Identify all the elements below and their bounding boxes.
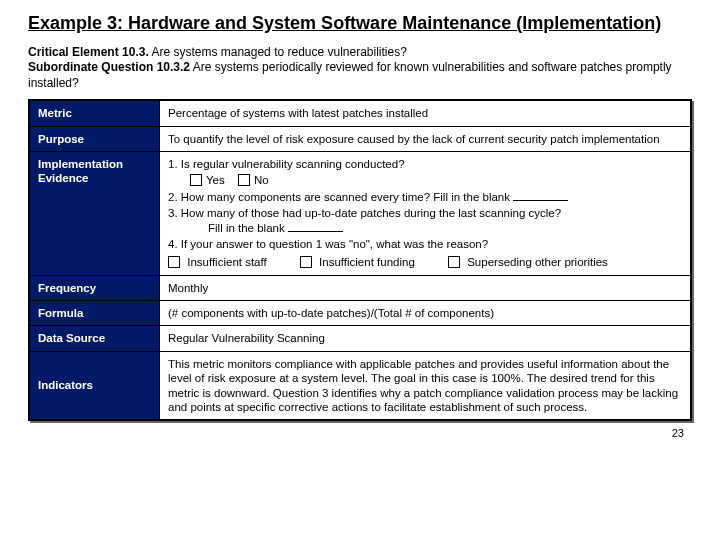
evidence-value: 1. Is regular vulnerability scanning con… [160, 152, 691, 276]
blank-field[interactable] [513, 191, 568, 201]
evidence-q3: 3. How many of those had up-to-date patc… [168, 206, 682, 235]
indicators-label: Indicators [30, 351, 160, 420]
formula-value: (# components with up-to-date patches)/(… [160, 301, 691, 326]
opt2-label: Insufficient funding [319, 256, 415, 268]
evidence-q1: 1. Is regular vulnerability scanning con… [168, 157, 682, 188]
metric-table-wrapper: Metric Percentage of systems with latest… [28, 99, 692, 421]
table-row: Formula (# components with up-to-date pa… [30, 301, 691, 326]
metric-table: Metric Percentage of systems with latest… [29, 100, 691, 420]
table-row: Data Source Regular Vulnerability Scanni… [30, 326, 691, 351]
checkbox-icon[interactable] [448, 256, 460, 268]
subq-label: Subordinate Question 10.3.2 [28, 60, 190, 74]
page-number: 23 [28, 421, 692, 439]
formula-label: Formula [30, 301, 160, 326]
frequency-label: Frequency [30, 275, 160, 300]
page-title: Example 3: Hardware and System Software … [28, 12, 692, 35]
no-label: No [254, 174, 269, 186]
purpose-label: Purpose [30, 126, 160, 151]
datasource-label: Data Source [30, 326, 160, 351]
metric-label: Metric [30, 101, 160, 126]
evidence-label: Implementation Evidence [30, 152, 160, 276]
subordinate-question-line: Subordinate Question 10.3.2 Are systems … [28, 60, 692, 91]
critical-label: Critical Element 10.3. [28, 45, 149, 59]
yes-label: Yes [206, 174, 225, 186]
critical-element-line: Critical Element 10.3. Are systems manag… [28, 45, 692, 61]
checkbox-icon[interactable] [300, 256, 312, 268]
intro-block: Critical Element 10.3. Are systems manag… [28, 45, 692, 92]
q4-text: 4. If your answer to question 1 was "no"… [168, 238, 488, 250]
table-row: Metric Percentage of systems with latest… [30, 101, 691, 126]
critical-text: Are systems managed to reduce vulnerabil… [149, 45, 407, 59]
opt1-label: Insufficient staff [187, 256, 266, 268]
reason-options: Insufficient staff Insufficient funding … [168, 255, 682, 269]
table-row: Indicators This metric monitors complian… [30, 351, 691, 420]
q3-text: 3. How many of those had up-to-date patc… [168, 207, 561, 219]
q3-fill-text: Fill in the blank [208, 222, 288, 234]
table-row: Purpose To quantify the level of risk ex… [30, 126, 691, 151]
q1-text: 1. Is regular vulnerability scanning con… [168, 158, 405, 170]
opt3-label: Superseding other priorities [467, 256, 608, 268]
blank-field[interactable] [288, 222, 343, 232]
checkbox-yes-icon[interactable] [190, 174, 202, 186]
q2-text: 2. How many components are scanned every… [168, 191, 513, 203]
datasource-value: Regular Vulnerability Scanning [160, 326, 691, 351]
evidence-q4: 4. If your answer to question 1 was "no"… [168, 237, 682, 251]
evidence-q2: 2. How many components are scanned every… [168, 190, 682, 204]
table-row: Frequency Monthly [30, 275, 691, 300]
page-root: Example 3: Hardware and System Software … [0, 0, 720, 445]
table-row: Implementation Evidence 1. Is regular vu… [30, 152, 691, 276]
indicators-value: This metric monitors compliance with app… [160, 351, 691, 420]
metric-value: Percentage of systems with latest patche… [160, 101, 691, 126]
checkbox-icon[interactable] [168, 256, 180, 268]
checkbox-no-icon[interactable] [238, 174, 250, 186]
frequency-value: Monthly [160, 275, 691, 300]
purpose-value: To quantify the level of risk exposure c… [160, 126, 691, 151]
